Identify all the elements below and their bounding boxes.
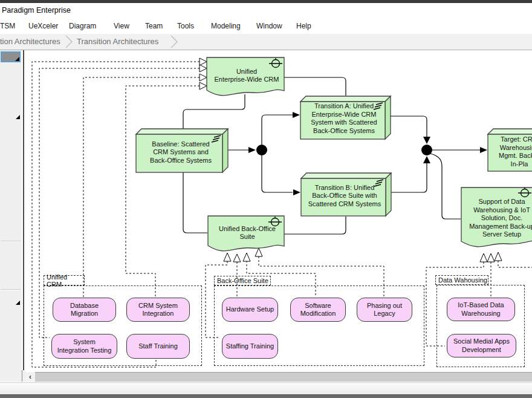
work-package-iot-data-warehousing[interactable]: IoT-Based Data Warehousing: [447, 298, 515, 321]
menu-item-tools[interactable]: Tools: [177, 22, 194, 30]
deliverable-unified-crm-label[interactable]: Unified Enterprise-Wide CRM: [209, 65, 284, 86]
deliverable-support-data-label[interactable]: Support of Data Warehousing & IoT Soluti…: [462, 197, 532, 240]
menu-item-team[interactable]: Team: [145, 22, 163, 30]
menu-item-help[interactable]: Help: [296, 22, 311, 30]
scroll-left-icon: ‹: [29, 373, 31, 381]
status-bar: [0, 382, 532, 394]
application-window: Paradigm Enterprise TSM UeXceler Diagram…: [0, 0, 532, 398]
work-package-software-modification[interactable]: Software Modification: [290, 298, 346, 322]
junction-node[interactable]: [421, 145, 432, 155]
selected-tool-button[interactable]: [1, 51, 21, 62]
plateau-target-label[interactable]: Target: CRM Warehousing Mgmt. Back-u In-…: [489, 135, 532, 169]
tool-palette: [0, 50, 22, 382]
palette-separator: [1, 241, 21, 242]
work-package-system-integration-testing[interactable]: System Integration Testing: [51, 334, 117, 359]
tool-expand-icon[interactable]: [16, 301, 20, 305]
tool-expand-icon[interactable]: [16, 115, 20, 119]
plateau-transition-b-label[interactable]: Transition B: Unified Back-Office Suite …: [303, 183, 386, 209]
work-package-staffing-training[interactable]: Staffing Training: [222, 334, 278, 359]
palette-separator: [1, 289, 21, 290]
menu-item-view[interactable]: View: [114, 22, 129, 30]
work-package-staff-training[interactable]: Staff Training: [126, 334, 190, 359]
junction-node[interactable]: [256, 145, 267, 155]
group-data-warehousing-tab[interactable]: Data Wahousing: [435, 275, 488, 285]
horizontal-scrollbar[interactable]: [35, 372, 532, 382]
plateau-baseline-label[interactable]: Baseline: Scattered CRM Systems and Back…: [138, 139, 223, 166]
menu-bar: TSM UeXceler Diagram View Team Tools Mod…: [0, 18, 532, 34]
work-package-phasing-out-legacy[interactable]: Phasing out Legacy: [357, 298, 412, 322]
menu-item-window[interactable]: Window: [256, 22, 282, 30]
menu-item-modeling[interactable]: Modeling: [211, 22, 241, 30]
tool-expand-icon: [15, 57, 19, 61]
scroll-left-button[interactable]: ‹: [25, 372, 35, 382]
work-package-database-migration[interactable]: Database Migration: [53, 298, 116, 322]
title-bar: Paradigm Enterprise: [0, 3, 532, 18]
work-package-hardware-setup[interactable]: Hardware Setup: [222, 298, 278, 322]
window-bottom-edge: [0, 394, 532, 398]
deliverable-unified-back-office-label[interactable]: Unified Back-Office Suite: [209, 223, 285, 243]
menu-item-diagram[interactable]: Diagram: [69, 22, 96, 30]
group-back-office-tab[interactable]: Back-Office Suite: [214, 276, 271, 285]
work-package-social-media-apps[interactable]: Social Medial Apps Development: [447, 334, 516, 357]
breadcrumb-chevron-icon: [65, 35, 73, 48]
plateau-transition-a-label[interactable]: Transition A: Unified Enterprise-Wide CR…: [302, 102, 386, 135]
breadcrumb-chevron-icon: [170, 35, 178, 48]
menu-item-uexceler[interactable]: UeXceler: [28, 22, 58, 30]
diagram-canvas[interactable]: Unified Enterprise-Wide CRM Baseline: Sc…: [23, 50, 532, 373]
work-package-crm-system-integration[interactable]: CRM System Integration: [126, 298, 190, 322]
breadcrumb-item-transition-architectures[interactable]: Transition Architectures: [77, 37, 158, 46]
group-unified-crm-tab[interactable]: Unified CRM: [44, 275, 85, 285]
menu-item-tsm[interactable]: TSM: [0, 22, 15, 30]
window-title: Paradigm Enterprise: [2, 6, 71, 15]
breadcrumb-item-architectures[interactable]: tion Architectures: [0, 37, 60, 46]
breadcrumb: tion Architectures Transition Architectu…: [0, 34, 532, 50]
